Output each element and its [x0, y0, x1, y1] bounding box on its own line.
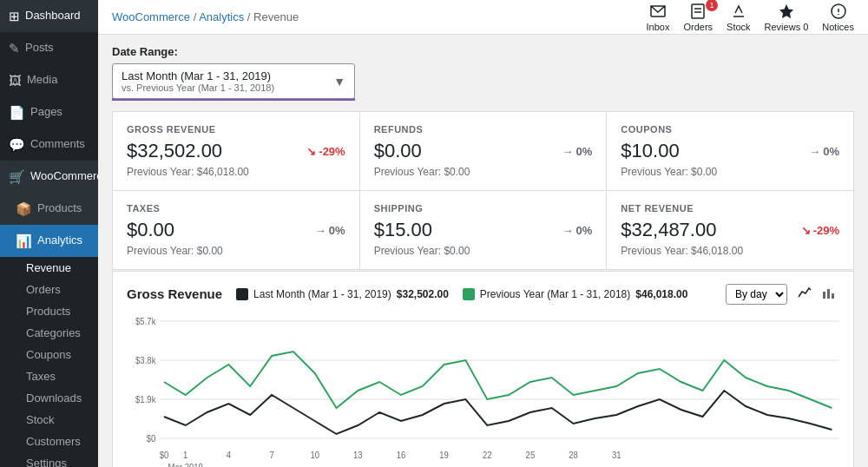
- chart-period-select[interactable]: By day: [726, 284, 787, 305]
- stock-button[interactable]: Stock: [727, 3, 751, 32]
- sidebar-item-dashboard[interactable]: ⊞ Dashboard: [0, 0, 98, 32]
- sidebar-sub-revenue[interactable]: Revenue: [0, 257, 98, 279]
- stat-taxes-label: TAXES: [127, 203, 345, 214]
- stat-taxes-prev: Previous Year: $0.00: [127, 245, 345, 257]
- chart-svg: $5.7k $3.8k $1.9k $0 $0 1 4: [127, 312, 839, 467]
- sidebar-sub-settings[interactable]: Settings: [0, 452, 98, 467]
- chart-legend-item-1[interactable]: Previous Year (Mar 1 - 31, 2018) $46,018…: [463, 288, 688, 300]
- breadcrumb-woocommerce[interactable]: WooCommerce: [112, 10, 190, 23]
- legend-value-1: $46,018.00: [635, 288, 687, 300]
- svg-rect-7: [823, 292, 825, 299]
- reviews-button[interactable]: Reviews 0: [765, 3, 809, 32]
- stat-refunds-value: $0.00: [374, 140, 422, 162]
- stat-shipping: SHIPPING $15.00 → 0% Previous Year: $0.0…: [360, 191, 607, 269]
- topbar: WooCommerce / Analytics / Revenue Inbox …: [98, 0, 868, 35]
- sidebar-item-pages[interactable]: 📄 Pages: [0, 96, 98, 128]
- stat-net-revenue-change-icon: ↘: [801, 224, 811, 237]
- chart-title: Gross Revenue: [127, 286, 222, 301]
- svg-point-6: [838, 13, 839, 15]
- svg-rect-8: [827, 289, 830, 299]
- sidebar-sub-stock[interactable]: Stock: [0, 409, 98, 431]
- sidebar-sub-taxes[interactable]: Taxes: [0, 365, 98, 387]
- svg-text:25: 25: [526, 451, 536, 460]
- sidebar-item-products[interactable]: 📦 Products: [0, 193, 98, 225]
- stat-gross-revenue-value: $32,502.00: [127, 140, 222, 162]
- comments-icon: 💬: [9, 135, 25, 154]
- breadcrumb-analytics[interactable]: Analytics: [199, 10, 244, 23]
- sidebar-item-media[interactable]: 🖼 Media: [0, 64, 98, 96]
- stat-net-revenue-change: ↘ -29%: [801, 224, 839, 237]
- chart-legend-item-0[interactable]: Last Month (Mar 1 - 31, 2019) $32,502.00: [236, 288, 449, 300]
- chart-section: Gross Revenue Last Month (Mar 1 - 31, 20…: [112, 271, 854, 467]
- stat-refunds-change: → 0%: [562, 145, 593, 158]
- stat-coupons-label: COUPONS: [621, 124, 839, 135]
- orders-button[interactable]: 1 Orders: [683, 3, 713, 32]
- legend-label-1: Previous Year (Mar 1 - 31, 2018): [480, 288, 630, 300]
- stats-grid: GROSS REVENUE $32,502.00 ↘ -29% Previous…: [112, 111, 854, 270]
- pages-icon: 📄: [9, 103, 25, 122]
- dropdown-arrow-icon: ▼: [333, 75, 345, 89]
- svg-text:28: 28: [569, 451, 578, 460]
- stat-net-revenue-prev: Previous Year: $46,018.00: [621, 245, 839, 257]
- sidebar-sub-customers[interactable]: Customers: [0, 431, 98, 452]
- legend-value-0: $32,502.00: [397, 288, 449, 300]
- sidebar-item-comments[interactable]: 💬 Comments: [0, 128, 98, 161]
- sidebar: ⊞ Dashboard ✎ Posts 🖼 Media 📄 Pages 💬 Co…: [0, 0, 98, 467]
- dashboard-icon: ⊞: [9, 7, 20, 25]
- stat-taxes-value: $0.00: [127, 219, 174, 241]
- stat-taxes-change: → 0%: [315, 224, 345, 237]
- stat-shipping-prev: Previous Year: $0.00: [374, 245, 593, 257]
- svg-text:31: 31: [612, 451, 621, 460]
- svg-text:19: 19: [439, 451, 449, 460]
- svg-text:10: 10: [310, 451, 319, 460]
- stat-gross-revenue: GROSS REVENUE $32,502.00 ↘ -29% Previous…: [113, 112, 359, 190]
- stat-refunds-change-icon: →: [562, 145, 574, 158]
- stat-refunds-label: REFUNDS: [374, 124, 593, 135]
- stat-coupons-change: → 0%: [809, 145, 839, 158]
- date-range-select[interactable]: Last Month (Mar 1 - 31, 2019) vs. Previo…: [112, 63, 355, 99]
- chart-controls: By day: [726, 282, 839, 306]
- stat-gross-revenue-label: GROSS REVENUE: [127, 124, 345, 135]
- analytics-icon: 📊: [16, 232, 32, 250]
- sidebar-item-analytics[interactable]: 📊 Analytics: [0, 225, 98, 257]
- stat-shipping-label: SHIPPING: [374, 203, 593, 214]
- posts-icon: ✎: [9, 39, 20, 57]
- svg-text:$0: $0: [160, 451, 169, 460]
- stat-taxes-change-icon: →: [315, 224, 326, 237]
- svg-rect-9: [832, 293, 834, 299]
- orders-badge: 1: [706, 0, 718, 11]
- notices-button[interactable]: Notices: [822, 3, 854, 32]
- line-chart-button[interactable]: [794, 282, 815, 306]
- stat-coupons-prev: Previous Year: $0.00: [621, 166, 839, 178]
- sidebar-item-woocommerce[interactable]: 🛒 WooCommerce: [0, 161, 98, 193]
- sidebar-sub-coupons[interactable]: Coupons: [0, 344, 98, 365]
- chart-view-icons: [794, 282, 839, 306]
- bar-chart-button[interactable]: [819, 282, 839, 306]
- media-icon: 🖼: [9, 71, 22, 89]
- stat-coupons-value: $10.00: [621, 140, 679, 162]
- svg-text:22: 22: [483, 451, 492, 460]
- products-icon: 📦: [16, 200, 32, 218]
- stat-shipping-value: $15.00: [374, 219, 432, 241]
- stat-gross-revenue-change: ↘ -29%: [306, 145, 345, 158]
- stat-refunds: REFUNDS $0.00 → 0% Previous Year: $0.00: [360, 112, 607, 190]
- sidebar-sub-categories[interactable]: Categories: [0, 322, 98, 344]
- stat-coupons-change-icon: →: [809, 145, 820, 158]
- legend-checkbox-0[interactable]: [236, 288, 248, 300]
- sidebar-item-posts[interactable]: ✎ Posts: [0, 32, 98, 64]
- sidebar-sub-products[interactable]: Products: [0, 300, 98, 322]
- stat-coupons: COUPONS $10.00 → 0% Previous Year: $0.00: [607, 112, 853, 190]
- svg-marker-3: [779, 4, 793, 18]
- sidebar-sub-orders[interactable]: Orders: [0, 279, 98, 300]
- chart-area: $5.7k $3.8k $1.9k $0 $0 1 4: [127, 312, 839, 467]
- stat-shipping-change-icon: →: [562, 224, 574, 237]
- stat-net-revenue: NET REVENUE $32,487.00 ↘ -29% Previous Y…: [607, 191, 853, 269]
- sidebar-sub-downloads[interactable]: Downloads: [0, 387, 98, 409]
- stat-taxes: TAXES $0.00 → 0% Previous Year: $0.00: [113, 191, 359, 269]
- breadcrumb-current: Revenue: [253, 10, 299, 23]
- breadcrumb: WooCommerce / Analytics / Revenue: [112, 10, 299, 23]
- stat-gross-revenue-change-icon: ↘: [306, 145, 316, 158]
- inbox-button[interactable]: Inbox: [647, 3, 670, 32]
- svg-text:$5.7k: $5.7k: [135, 317, 155, 326]
- legend-checkbox-1[interactable]: [463, 288, 475, 300]
